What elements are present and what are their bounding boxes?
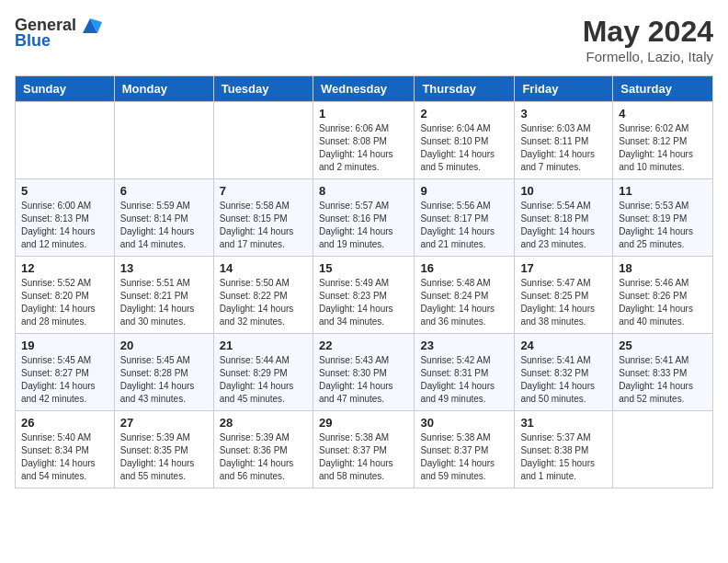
day-info: Sunrise: 5:54 AM Sunset: 8:18 PM Dayligh… <box>520 200 607 251</box>
day-info: Sunrise: 5:56 AM Sunset: 8:17 PM Dayligh… <box>420 200 508 251</box>
calendar-day-21: 21Sunrise: 5:44 AM Sunset: 8:29 PM Dayli… <box>213 334 313 411</box>
calendar-week-row: 5Sunrise: 6:00 AM Sunset: 8:13 PM Daylig… <box>16 179 713 257</box>
day-number: 1 <box>319 107 408 121</box>
calendar-day-19: 19Sunrise: 5:45 AM Sunset: 8:27 PM Dayli… <box>16 334 115 411</box>
column-header-wednesday: Wednesday <box>313 76 414 102</box>
calendar-table: SundayMondayTuesdayWednesdayThursdayFrid… <box>15 75 713 488</box>
day-info: Sunrise: 5:45 AM Sunset: 8:27 PM Dayligh… <box>21 354 108 406</box>
day-number: 29 <box>319 416 408 430</box>
day-number: 28 <box>220 416 307 430</box>
day-number: 5 <box>21 184 108 198</box>
calendar-day-7: 7Sunrise: 5:58 AM Sunset: 8:15 PM Daylig… <box>213 179 313 257</box>
calendar-day-16: 16Sunrise: 5:48 AM Sunset: 8:24 PM Dayli… <box>415 257 515 334</box>
day-info: Sunrise: 5:41 AM Sunset: 8:33 PM Dayligh… <box>619 354 707 406</box>
calendar-day-25: 25Sunrise: 5:41 AM Sunset: 8:33 PM Dayli… <box>613 334 713 411</box>
page-header: General Blue May 2024 Formello, Lazio, I… <box>15 15 713 64</box>
day-info: Sunrise: 5:42 AM Sunset: 8:31 PM Dayligh… <box>420 354 508 406</box>
day-info: Sunrise: 5:44 AM Sunset: 8:29 PM Dayligh… <box>220 354 307 406</box>
calendar-day-30: 30Sunrise: 5:38 AM Sunset: 8:37 PM Dayli… <box>415 411 515 488</box>
calendar-empty-cell <box>114 102 213 179</box>
calendar-day-15: 15Sunrise: 5:49 AM Sunset: 8:23 PM Dayli… <box>313 257 414 334</box>
column-header-saturday: Saturday <box>613 76 713 102</box>
day-number: 18 <box>619 261 707 275</box>
calendar-day-8: 8Sunrise: 5:57 AM Sunset: 8:16 PM Daylig… <box>313 179 414 257</box>
day-info: Sunrise: 5:41 AM Sunset: 8:32 PM Dayligh… <box>520 354 607 406</box>
day-info: Sunrise: 5:38 AM Sunset: 8:37 PM Dayligh… <box>420 431 508 483</box>
calendar-day-1: 1Sunrise: 6:06 AM Sunset: 8:08 PM Daylig… <box>313 102 414 179</box>
calendar-week-row: 26Sunrise: 5:40 AM Sunset: 8:34 PM Dayli… <box>16 411 713 488</box>
day-number: 14 <box>220 261 307 275</box>
calendar-day-6: 6Sunrise: 5:59 AM Sunset: 8:14 PM Daylig… <box>114 179 213 257</box>
day-info: Sunrise: 6:00 AM Sunset: 8:13 PM Dayligh… <box>21 200 108 251</box>
day-number: 30 <box>420 416 508 430</box>
day-info: Sunrise: 5:51 AM Sunset: 8:21 PM Dayligh… <box>120 277 208 328</box>
column-header-thursday: Thursday <box>415 76 515 102</box>
day-number: 4 <box>619 107 707 121</box>
month-year-title: May 2024 <box>583 15 713 49</box>
day-number: 2 <box>420 107 508 121</box>
day-info: Sunrise: 5:53 AM Sunset: 8:19 PM Dayligh… <box>619 200 707 251</box>
calendar-empty-cell <box>213 102 313 179</box>
day-info: Sunrise: 6:03 AM Sunset: 8:11 PM Dayligh… <box>520 122 607 174</box>
day-number: 15 <box>319 261 408 275</box>
calendar-empty-cell <box>613 411 713 488</box>
day-number: 24 <box>520 339 607 352</box>
calendar-day-5: 5Sunrise: 6:00 AM Sunset: 8:13 PM Daylig… <box>16 179 115 257</box>
day-info: Sunrise: 5:43 AM Sunset: 8:30 PM Dayligh… <box>319 354 408 406</box>
calendar-week-row: 1Sunrise: 6:06 AM Sunset: 8:08 PM Daylig… <box>16 102 713 179</box>
day-number: 31 <box>520 416 607 430</box>
day-number: 8 <box>319 184 408 198</box>
calendar-day-3: 3Sunrise: 6:03 AM Sunset: 8:11 PM Daylig… <box>515 102 613 179</box>
location-subtitle: Formello, Lazio, Italy <box>583 49 713 64</box>
day-number: 23 <box>420 339 508 352</box>
calendar-day-10: 10Sunrise: 5:54 AM Sunset: 8:18 PM Dayli… <box>515 179 613 257</box>
calendar-day-28: 28Sunrise: 5:39 AM Sunset: 8:36 PM Dayli… <box>213 411 313 488</box>
day-info: Sunrise: 5:39 AM Sunset: 8:35 PM Dayligh… <box>120 431 208 483</box>
day-info: Sunrise: 5:37 AM Sunset: 8:38 PM Dayligh… <box>520 431 607 483</box>
calendar-day-13: 13Sunrise: 5:51 AM Sunset: 8:21 PM Dayli… <box>114 257 213 334</box>
day-info: Sunrise: 5:40 AM Sunset: 8:34 PM Dayligh… <box>21 431 108 483</box>
day-number: 21 <box>220 339 307 352</box>
calendar-day-24: 24Sunrise: 5:41 AM Sunset: 8:32 PM Dayli… <box>515 334 613 411</box>
column-header-tuesday: Tuesday <box>213 76 313 102</box>
calendar-day-23: 23Sunrise: 5:42 AM Sunset: 8:31 PM Dayli… <box>415 334 515 411</box>
day-number: 9 <box>420 184 508 198</box>
calendar-day-9: 9Sunrise: 5:56 AM Sunset: 8:17 PM Daylig… <box>415 179 515 257</box>
day-number: 17 <box>520 261 607 275</box>
day-number: 22 <box>319 339 408 352</box>
day-info: Sunrise: 5:47 AM Sunset: 8:25 PM Dayligh… <box>520 277 607 328</box>
calendar-day-17: 17Sunrise: 5:47 AM Sunset: 8:25 PM Dayli… <box>515 257 613 334</box>
calendar-day-18: 18Sunrise: 5:46 AM Sunset: 8:26 PM Dayli… <box>613 257 713 334</box>
day-number: 7 <box>220 184 307 198</box>
day-info: Sunrise: 5:45 AM Sunset: 8:28 PM Dayligh… <box>120 354 208 406</box>
day-number: 10 <box>520 184 607 198</box>
calendar-day-31: 31Sunrise: 5:37 AM Sunset: 8:38 PM Dayli… <box>515 411 613 488</box>
day-info: Sunrise: 5:39 AM Sunset: 8:36 PM Dayligh… <box>220 431 307 483</box>
day-info: Sunrise: 5:49 AM Sunset: 8:23 PM Dayligh… <box>319 277 408 328</box>
day-info: Sunrise: 5:48 AM Sunset: 8:24 PM Dayligh… <box>420 277 508 328</box>
column-header-friday: Friday <box>515 76 613 102</box>
day-info: Sunrise: 5:59 AM Sunset: 8:14 PM Dayligh… <box>120 200 208 251</box>
logo-blue-text: Blue <box>15 31 51 51</box>
day-info: Sunrise: 6:04 AM Sunset: 8:10 PM Dayligh… <box>420 122 508 174</box>
calendar-day-20: 20Sunrise: 5:45 AM Sunset: 8:28 PM Dayli… <box>114 334 213 411</box>
day-number: 20 <box>120 339 208 352</box>
day-number: 13 <box>120 261 208 275</box>
day-number: 12 <box>21 261 108 275</box>
day-number: 26 <box>21 416 108 430</box>
calendar-day-2: 2Sunrise: 6:04 AM Sunset: 8:10 PM Daylig… <box>415 102 515 179</box>
day-number: 3 <box>520 107 607 121</box>
day-number: 11 <box>619 184 707 198</box>
calendar-empty-cell <box>16 102 115 179</box>
calendar-day-14: 14Sunrise: 5:50 AM Sunset: 8:22 PM Dayli… <box>213 257 313 334</box>
day-info: Sunrise: 5:57 AM Sunset: 8:16 PM Dayligh… <box>319 200 408 251</box>
calendar-day-27: 27Sunrise: 5:39 AM Sunset: 8:35 PM Dayli… <box>114 411 213 488</box>
calendar-header-row: SundayMondayTuesdayWednesdayThursdayFrid… <box>16 76 713 102</box>
title-section: May 2024 Formello, Lazio, Italy <box>583 15 713 64</box>
day-number: 16 <box>420 261 508 275</box>
column-header-sunday: Sunday <box>16 76 115 102</box>
calendar-day-12: 12Sunrise: 5:52 AM Sunset: 8:20 PM Dayli… <box>16 257 115 334</box>
day-info: Sunrise: 5:38 AM Sunset: 8:37 PM Dayligh… <box>319 431 408 483</box>
calendar-day-29: 29Sunrise: 5:38 AM Sunset: 8:37 PM Dayli… <box>313 411 414 488</box>
logo: General Blue <box>15 15 104 51</box>
